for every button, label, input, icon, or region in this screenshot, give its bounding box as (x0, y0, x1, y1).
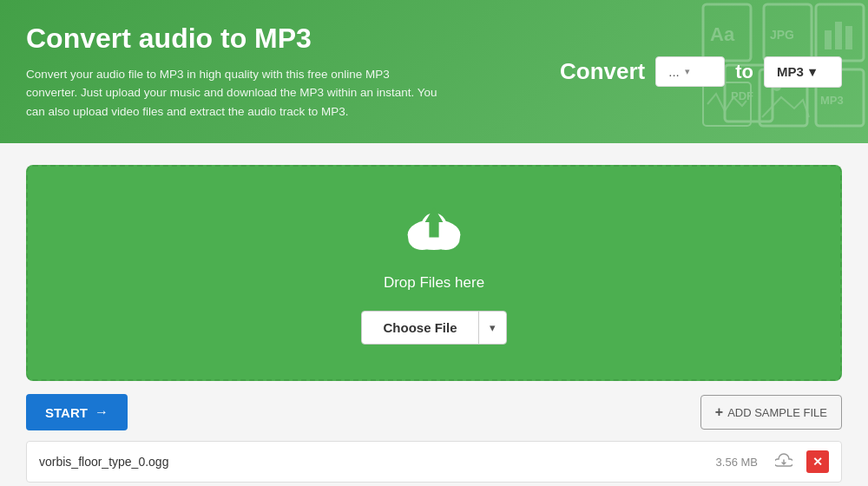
svg-rect-14 (703, 82, 751, 126)
main-content: Drop Files here Choose File ▾ START → + … (0, 143, 868, 486)
from-format-dropdown[interactable]: ... ▾ (655, 56, 725, 87)
start-button[interactable]: START → (26, 394, 128, 430)
drop-text: Drop Files here (384, 274, 484, 292)
bottom-bar: START → + ADD SAMPLE FILE (26, 394, 842, 430)
file-remove-button[interactable]: ✕ (806, 450, 829, 473)
to-label: to (735, 61, 753, 83)
choose-file-dropdown-button[interactable]: ▾ (478, 312, 506, 344)
file-size: 3.56 MB (716, 456, 758, 469)
convert-label: Convert (560, 58, 645, 85)
cloud-upload-icon (399, 201, 469, 260)
remove-icon: ✕ (812, 455, 823, 469)
upload-icon-wrap (399, 201, 469, 264)
add-sample-label: ADD SAMPLE FILE (727, 406, 827, 419)
drop-zone[interactable]: Drop Files here Choose File ▾ (26, 165, 842, 381)
file-name: vorbis_floor_type_0.ogg (39, 455, 706, 469)
svg-text:PDF: PDF (731, 89, 753, 102)
file-row: vorbis_floor_type_0.ogg 3.56 MB ✕ (26, 441, 842, 483)
to-format-dropdown[interactable]: MP3 ▾ (764, 56, 842, 88)
svg-rect-7 (845, 26, 852, 49)
svg-rect-5 (825, 30, 832, 49)
file-download-icon (775, 451, 792, 473)
page-title: Convert audio to MP3 (26, 23, 443, 55)
svg-rect-4 (816, 4, 864, 61)
svg-text:MP3: MP3 (820, 94, 844, 107)
choose-file-wrap: Choose File ▾ (361, 311, 506, 345)
add-sample-button[interactable]: + ADD SAMPLE FILE (700, 395, 842, 430)
svg-rect-6 (835, 22, 842, 49)
to-format-chevron: ▾ (809, 64, 816, 80)
header-left: Convert audio to MP3 Convert your audio … (26, 23, 443, 122)
start-arrow: → (95, 404, 108, 420)
svg-rect-12 (703, 4, 751, 61)
header-banner: Convert audio to MP3 Convert your audio … (0, 0, 868, 143)
to-format-value: MP3 (777, 64, 804, 79)
from-format-chevron: ▾ (685, 66, 690, 77)
svg-text:JPG: JPG (770, 28, 794, 42)
choose-file-chevron: ▾ (490, 321, 496, 334)
header-description: Convert your audio file to MP3 in high q… (26, 65, 443, 122)
add-sample-plus: + (715, 404, 723, 420)
from-format-value: ... (668, 64, 680, 79)
start-label: START (45, 405, 88, 420)
choose-file-button[interactable]: Choose File (362, 312, 477, 344)
header-right: Convert ... ▾ to MP3 ▾ (560, 56, 842, 88)
svg-rect-0 (764, 4, 812, 61)
svg-text:Aa: Aa (710, 23, 735, 45)
